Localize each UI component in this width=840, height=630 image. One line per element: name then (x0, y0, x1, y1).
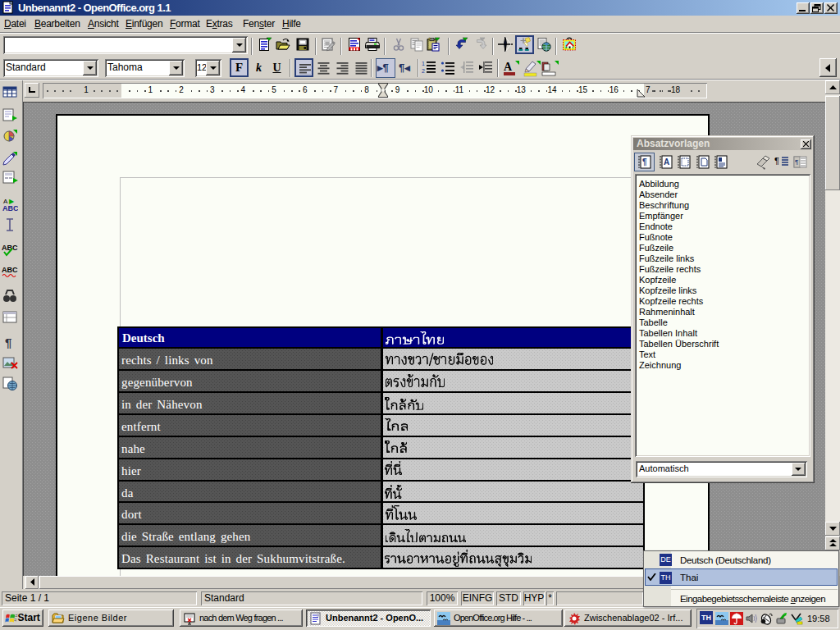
svg-text:¶: ¶ (5, 336, 11, 349)
svg-text:¶: ¶ (774, 156, 779, 166)
svg-text:ABC: ABC (2, 266, 18, 274)
svg-text:A: A (504, 61, 513, 73)
svg-text:¶: ¶ (642, 158, 647, 167)
svg-text:1: 1 (422, 61, 425, 66)
svg-text:A: A (664, 158, 669, 167)
svg-text:¶: ¶ (795, 158, 798, 166)
svg-text:ABC: ABC (2, 204, 18, 212)
svg-text:2: 2 (422, 68, 425, 74)
